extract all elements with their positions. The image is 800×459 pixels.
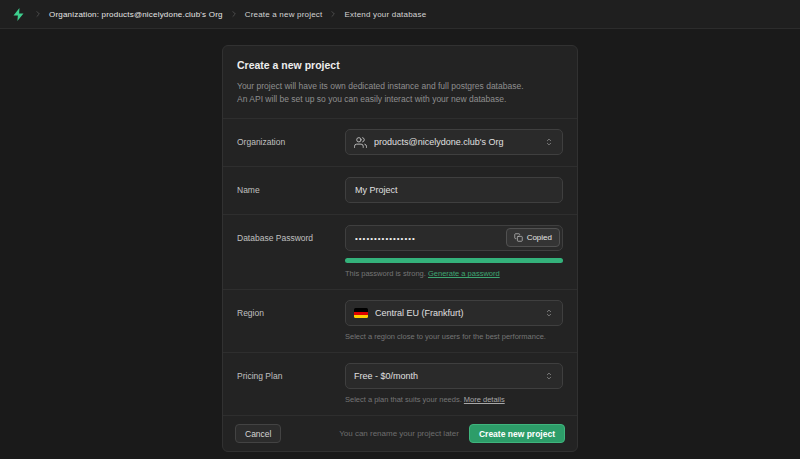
topbar: Organization: products@nicelydone.club's…	[0, 0, 800, 29]
pricing-plan-row: Pricing Plan Free - $0/month Select a pl…	[223, 352, 577, 415]
more-details-link[interactable]: More details	[464, 395, 505, 404]
project-name-input[interactable]	[345, 177, 563, 203]
germany-flag-icon	[354, 308, 368, 318]
create-new-project-button[interactable]: Create new project	[469, 424, 565, 443]
pricing-plan-label: Pricing Plan	[237, 363, 345, 404]
password-label: Database Password	[237, 225, 345, 278]
chevrons-up-down-icon	[544, 371, 554, 381]
region-select-value: Central EU (Frankfurt)	[375, 308, 537, 318]
breadcrumb-organization[interactable]: Organization: products@nicelydone.club's…	[49, 10, 223, 19]
chevrons-up-down-icon	[544, 137, 554, 147]
breadcrumb-chevron-icon	[34, 10, 42, 18]
copied-label: Copied	[527, 233, 552, 242]
panel-header: Create a new project Your project will h…	[223, 46, 577, 118]
organization-select[interactable]: products@nicelydone.club's Org	[345, 129, 563, 155]
panel-description-line1: Your project will have its own dedicated…	[237, 80, 563, 93]
pricing-plan-helper-text: Select a plan that suits your needs.	[345, 395, 462, 404]
password-strength-bar	[345, 258, 563, 263]
organization-label: Organization	[237, 129, 345, 155]
page-title: Create a new project	[237, 59, 563, 71]
organization-row: Organization products@nicelydone.club's …	[223, 118, 577, 166]
panel-footer: Cancel You can rename your project later…	[223, 415, 577, 451]
region-label: Region	[237, 300, 345, 341]
breadcrumb-chevron-icon	[230, 10, 238, 18]
cancel-button[interactable]: Cancel	[235, 424, 281, 443]
password-row: Database Password Copied This password i…	[223, 214, 577, 289]
name-label: Name	[237, 177, 345, 203]
supabase-logo-icon[interactable]	[10, 6, 27, 23]
region-select[interactable]: Central EU (Frankfurt)	[345, 300, 563, 326]
region-row: Region Central EU (Frankfurt) Select a r…	[223, 289, 577, 352]
breadcrumb-create-project[interactable]: Create a new project	[245, 10, 323, 19]
panel-description-line2: An API will be set up so you can easily …	[237, 93, 563, 106]
region-helper-text: Select a region close to your users for …	[345, 332, 563, 341]
breadcrumb-chevron-icon	[329, 10, 337, 18]
users-icon	[354, 136, 367, 149]
pricing-plan-select[interactable]: Free - $0/month	[345, 363, 563, 389]
create-project-panel: Create a new project Your project will h…	[222, 45, 578, 452]
breadcrumb-extend-database[interactable]: Extend your database	[344, 10, 426, 19]
copy-icon	[514, 233, 523, 242]
password-strength-text: This password is strong.	[345, 269, 426, 278]
pricing-plan-select-value: Free - $0/month	[354, 371, 537, 381]
rename-note: You can rename your project later	[339, 429, 459, 438]
name-row: Name	[223, 166, 577, 214]
chevrons-up-down-icon	[544, 308, 554, 318]
copy-password-button[interactable]: Copied	[506, 228, 560, 247]
generate-password-link[interactable]: Generate a password	[428, 269, 500, 278]
organization-select-value: products@nicelydone.club's Org	[374, 137, 537, 147]
